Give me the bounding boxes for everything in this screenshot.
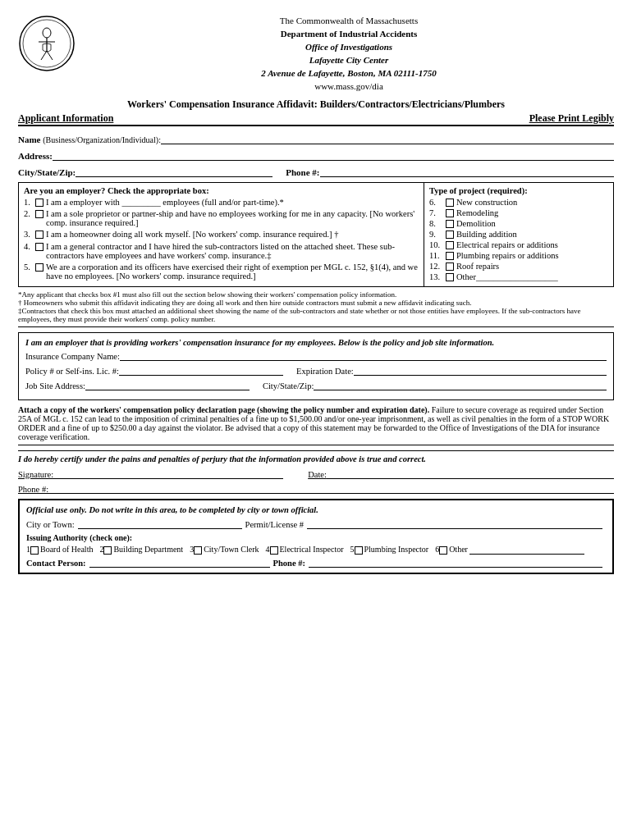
header-line1: The Commonwealth of Massachusetts [84, 15, 614, 28]
attach-section: Attach a copy of the workers' compensati… [18, 405, 614, 445]
employer-item-1: 1. I am a employer with _________ employ… [24, 198, 419, 207]
type-item-8: 8. Demolition [429, 219, 608, 228]
checkbox-1[interactable] [35, 199, 44, 207]
contact-phone-input[interactable] [309, 557, 602, 568]
checkbox-13[interactable] [446, 273, 454, 281]
address-row: Address: [18, 149, 614, 161]
phone-input[interactable] [320, 166, 614, 177]
applicant-info-label: Applicant Information [18, 112, 113, 125]
employer-section-title: Are you an employer? Check the appropria… [24, 186, 419, 195]
checkbox-3[interactable] [35, 231, 44, 239]
project-type-title: Type of project (required): [429, 186, 608, 195]
city-state-zip-label: City/State/Zip: [18, 167, 76, 177]
footnote-3: ‡Contractors that check this box must at… [18, 307, 614, 323]
contact-label: Contact Person: [26, 559, 86, 568]
checkbox-8[interactable] [446, 220, 454, 228]
issuing-items: 1Board of Health 2Building Department 3C… [26, 545, 606, 555]
expiration-label: Expiration Date: [296, 367, 354, 376]
address-input[interactable] [53, 149, 614, 161]
employer-item-2: 2. I am a sole proprietor or partner-shi… [24, 209, 419, 227]
issuing-item-6[interactable]: 6Other [435, 545, 586, 555]
checkbox-11[interactable] [446, 252, 454, 260]
print-legibly-label: Please Print Legibly [529, 112, 614, 125]
policy-section: I am an employer that is providing worke… [18, 332, 614, 400]
type-item-7: 7. Remodeling [429, 208, 608, 217]
contact-row: Contact Person: Phone #: [26, 557, 606, 568]
expiration-input[interactable] [354, 365, 607, 376]
insurance-company-row: Insurance Company Name: [25, 350, 607, 361]
certify-phone-input[interactable] [48, 483, 614, 494]
address-label: Address: [18, 151, 53, 161]
issuing-item-5[interactable]: 5Plumbing Inspector [350, 545, 429, 555]
job-site-input[interactable] [85, 380, 250, 390]
name-input[interactable] [161, 133, 614, 144]
checkbox-7[interactable] [446, 209, 454, 217]
official-title: Official use only. Do not write in this … [26, 505, 606, 514]
certify-phone-label: Phone #: [18, 485, 48, 494]
city-town-row: City or Town: Permit/License # [26, 518, 606, 529]
header-line2: Department of Industrial Accidents [84, 28, 614, 41]
type-item-13: 13. Other___________________ [429, 272, 608, 281]
form-title: Workers' Compensation Insurance Affidavi… [18, 98, 614, 111]
permit-label: Permit/License # [245, 520, 304, 529]
job-site-row: Job Site Address: City/State/Zip: [25, 380, 607, 390]
checkbox-9[interactable] [446, 231, 454, 239]
city-phone-row: City/State/Zip: Phone #: [18, 166, 614, 177]
checkbox-5[interactable] [35, 263, 44, 272]
policy-label: Policy # or Self-ins. Lic. #: [25, 367, 119, 376]
contact-input[interactable] [89, 557, 270, 568]
date-input[interactable] [327, 468, 614, 479]
policy-italic-text: I am an employer that is providing worke… [25, 338, 607, 347]
name-sublabel: (Business/Organization/Individual): [43, 135, 161, 144]
svg-line-5 [41, 51, 47, 60]
issuing-item-1[interactable]: 1Board of Health [26, 545, 93, 555]
policy-input[interactable] [119, 365, 283, 376]
type-item-10: 10. Electrical repairs or additions [429, 240, 608, 249]
checkbox-10[interactable] [446, 241, 454, 249]
issuing-item-2[interactable]: 2Building Department [99, 545, 183, 555]
seal-logo [18, 15, 76, 72]
type-item-11: 11. Plumbing repairs or additions [429, 251, 608, 260]
official-box: Official use only. Do not write in this … [18, 499, 614, 574]
date-label: Date: [308, 470, 327, 479]
header-line4: Lafayette City Center [84, 54, 614, 67]
permit-input[interactable] [307, 518, 602, 529]
type-item-9: 9. Building addition [429, 230, 608, 239]
city-town-label: City or Town: [26, 520, 75, 529]
signature-input[interactable] [53, 468, 283, 479]
applicant-bar: Applicant Information Please Print Legib… [18, 112, 614, 126]
signature-label: Signature: [18, 470, 53, 479]
employer-item-5: 5. We are a corporation and its officers… [24, 262, 419, 281]
header-line6: www.mass.gov/dia [84, 80, 614, 94]
phone-label: Phone #: [286, 167, 319, 177]
job-city-state-zip-label: City/State/Zip: [263, 381, 314, 390]
insurance-company-input[interactable] [120, 350, 607, 361]
issuing-item-3[interactable]: 3City/Town Clerk [190, 545, 259, 555]
checkbox-2[interactable] [35, 210, 44, 218]
city-town-input[interactable] [78, 518, 242, 529]
certify-section: I do hereby certify under the pains and … [18, 450, 614, 494]
job-site-label: Job Site Address: [25, 381, 85, 390]
footnote-1: *Any applicant that checks box #1 must a… [18, 290, 614, 299]
employer-section: Are you an employer? Check the appropria… [18, 182, 614, 287]
checkbox-6[interactable] [446, 199, 454, 207]
checkbox-4[interactable] [35, 243, 44, 251]
phone-row: Phone #: [18, 483, 614, 494]
name-label: Name (Business/Organization/Individual): [18, 135, 161, 144]
type-item-6: 6. New construction [429, 198, 608, 207]
city-state-zip-input[interactable] [76, 166, 272, 177]
name-row: Name (Business/Organization/Individual): [18, 133, 614, 144]
issuing-item-4[interactable]: 4Electrical Inspector [266, 545, 344, 555]
header-line5: 2 Avenue de Lafayette, Boston, MA 02111-… [84, 67, 614, 80]
attach-bold: Attach a copy of the workers' compensati… [18, 405, 429, 414]
job-city-state-zip-input[interactable] [314, 380, 607, 390]
checkbox-12[interactable] [446, 262, 454, 271]
footnote-2: † Homeowners who submit this affidavit i… [18, 299, 614, 307]
employer-item-3: 3. I am a homeowner doing all work mysel… [24, 230, 419, 239]
project-type-section: Type of project (required): 6. New const… [424, 183, 613, 286]
insurance-company-label: Insurance Company Name: [25, 352, 120, 361]
employer-item-4: 4. I am a general contractor and I have … [24, 242, 419, 260]
employer-left: Are you an employer? Check the appropria… [19, 183, 424, 286]
policy-expiration-row: Policy # or Self-ins. Lic. #: Expiration… [25, 365, 607, 376]
signature-row: Signature: Date: [18, 468, 614, 479]
